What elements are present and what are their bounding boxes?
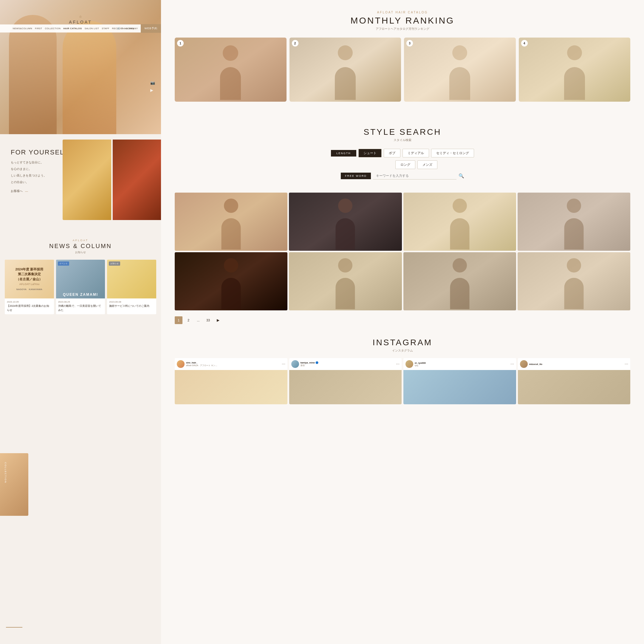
ranking-item-3[interactable]: 3 — [404, 38, 516, 102]
style-search-subtitle: スタイル検索 — [175, 138, 630, 142]
search-icon[interactable]: 🔍 — [459, 173, 464, 179]
insta-avatar-4 — [520, 360, 528, 368]
insta-username-1: xiro_hair_ — [186, 361, 280, 364]
nav-item-staff[interactable]: STAFF — [100, 26, 111, 31]
photo-6[interactable] — [289, 252, 402, 310]
gold-accent-line — [6, 627, 22, 628]
insta-header-3: ei_ryo000 ryuj ⋯ — [403, 358, 516, 370]
hero-image: ♔ AFLOAT NEWS&COLUMN FIRST COLLECTION HA… — [0, 0, 161, 134]
right-content: AFLOAT HAIR CATALOG MONTHLY RANKING アフロー… — [161, 0, 644, 415]
monthly-ranking-section: AFLOAT HAIR CATALOG MONTHLY RANKING アフロー… — [175, 11, 630, 102]
length-filter-row: LENGTH シュート ボブ ミディアル セミディ・セミロング — [331, 149, 474, 157]
person-body-2 — [335, 67, 356, 100]
arrow-icon: — — [25, 190, 28, 193]
photo-7[interactable] — [403, 252, 516, 310]
ph-head-6 — [338, 258, 352, 273]
photo-1[interactable] — [175, 193, 287, 251]
filter-btn-bob[interactable]: ボブ — [384, 149, 400, 157]
left-panel: ♔ AFLOAT NEWS&COLUMN FIRST COLLECTION HA… — [0, 0, 161, 644]
nav-item-hair-catalog[interactable]: HAIR CATALOG — [62, 26, 83, 31]
logo-name: AFLOAT — [69, 20, 92, 24]
insta-photo-1 — [175, 370, 287, 404]
news-subtitle-jp: お知らせ — [5, 250, 156, 254]
hero-figures — [9, 15, 116, 134]
photo-8[interactable] — [518, 252, 630, 310]
nav-item-first[interactable]: FIRST — [34, 26, 43, 31]
fy-image-2 — [113, 140, 161, 220]
instagram-icon[interactable]: 📷 — [150, 81, 155, 85]
online-shop-link[interactable]: 🛒 Online Shop — [117, 27, 134, 30]
instagram-grid: xiro_hair_ afloat-GINZA アフロート キン... ⋯ ta… — [175, 358, 630, 404]
insta-more-1[interactable]: ⋯ — [282, 362, 285, 366]
ranking-grid: 1 2 3 4 — [175, 38, 630, 102]
filter-btn-mens[interactable]: メンズ — [417, 160, 437, 169]
length-filter-row-2: ロング メンズ — [395, 160, 437, 169]
news-item-2[interactable]: イベント QUEEN ZAMAMI 2023.08.25 沖縄の離島で、一日美容… — [56, 260, 105, 314]
news-tag-3: お知らせ — [109, 261, 120, 266]
ph-body-4 — [564, 218, 583, 250]
web-reservation-button[interactable]: WEB予約 — [141, 24, 161, 33]
ranking-title: MONTHLY RANKING — [175, 16, 630, 26]
person-body-3 — [449, 67, 470, 100]
style-search-section: STYLE SEARCH スタイル検索 LENGTH シュート ボブ ミディアル… — [175, 117, 630, 188]
insta-user-info-2: tamiya_mine 🔵 新宿 — [301, 361, 395, 367]
filter-btn-semi-long[interactable]: セミディ・セミロング — [431, 149, 474, 157]
insta-user-info-3: ei_ryo000 ryuj — [415, 362, 509, 366]
ranking-item-1[interactable]: 1 — [175, 38, 287, 102]
news-item-1[interactable]: 福利 終結 2024年度 新卒採用第二次募集決定（名古屋／金山）AFLOAT L… — [5, 260, 54, 314]
instagram-section: INSTAGRAM インスタグラム xiro_hair_ afloat-GINZ… — [175, 338, 630, 404]
photo-2[interactable] — [289, 193, 402, 251]
ph-body-1 — [222, 218, 241, 250]
insta-tag-3: ryuj — [415, 364, 509, 366]
nav-item-news[interactable]: NEWS&COLUMN — [12, 26, 34, 31]
search-input[interactable] — [373, 172, 456, 179]
insta-more-2[interactable]: ⋯ — [396, 362, 400, 366]
insta-item-1[interactable]: xiro_hair_ afloat-GINZA アフロート キン... ⋯ — [175, 358, 287, 404]
filter-btn-medium[interactable]: ミディアル — [403, 149, 429, 157]
news-image-1: 福利 終結 2024年度 新卒採用第二次募集決定（名古屋／金山）AFLOAT L… — [5, 260, 54, 298]
insta-user-info-4: mizucut_ito — [529, 363, 623, 366]
ph-head-3 — [453, 199, 467, 213]
ph-body-5 — [222, 278, 241, 309]
filter-btn-short[interactable]: シュート — [358, 149, 382, 157]
person-body-4 — [564, 67, 585, 100]
photo-4[interactable] — [518, 193, 630, 251]
rank-number-2: 2 — [292, 40, 298, 47]
page-btn-2[interactable]: 2 — [185, 316, 192, 324]
news-item-3[interactable]: お知らせ 2023.06.08 施術サービス料についてのご案内 — [107, 260, 156, 314]
insta-avatar-1 — [177, 360, 185, 368]
insta-more-4[interactable]: ⋯ — [625, 362, 628, 366]
insta-item-3[interactable]: ei_ryo000 ryuj ⋯ — [403, 358, 516, 404]
hero-social-icons: 📷 ▶ — [150, 81, 155, 92]
nav-item-collection[interactable]: COLLECTION — [44, 26, 62, 31]
nav-item-salon-list[interactable]: SALON LIST — [83, 26, 100, 31]
insta-photo-3 — [403, 370, 516, 404]
youtube-icon[interactable]: ▶ — [150, 88, 155, 92]
fy-image-1 — [63, 140, 111, 220]
news-title: NEWS & COLUMN — [5, 243, 156, 250]
ph-body-7 — [450, 278, 469, 309]
filter-btn-long[interactable]: ロング — [395, 160, 415, 169]
news-image-3: お知らせ — [107, 260, 156, 298]
news-date-1: 2023.10.05 — [7, 301, 52, 303]
news-text-3: 施術サービス料についてのご案内 — [109, 304, 154, 308]
person-body-1 — [220, 67, 241, 100]
ranking-item-4[interactable]: 4 — [519, 38, 631, 102]
page-btn-next[interactable]: ▶ — [214, 316, 222, 324]
page-btn-last[interactable]: 33 — [204, 316, 212, 324]
instagram-title: INSTAGRAM — [175, 338, 630, 347]
insta-photo-4 — [518, 370, 631, 404]
ranking-item-2[interactable]: 2 — [290, 38, 401, 102]
page-btn-1[interactable]: 1 — [175, 316, 182, 324]
photo-5[interactable] — [175, 252, 287, 310]
insta-more-3[interactable]: ⋯ — [510, 362, 514, 366]
news-text-2: 沖縄の離島で、一日美容室を開いてみた — [58, 304, 103, 312]
insta-item-4[interactable]: mizucut_ito ⋯ — [518, 358, 631, 404]
photo-3[interactable] — [403, 193, 516, 251]
ph-head-5 — [224, 258, 238, 273]
insta-item-2[interactable]: tamiya_mine 🔵 新宿 ⋯ — [289, 358, 402, 404]
page-btn-dots: ... — [194, 316, 202, 324]
shop-icon: 🛒 — [117, 27, 120, 30]
news-brand-label: AFLOAT — [5, 239, 156, 242]
ph-body-8 — [564, 278, 583, 309]
